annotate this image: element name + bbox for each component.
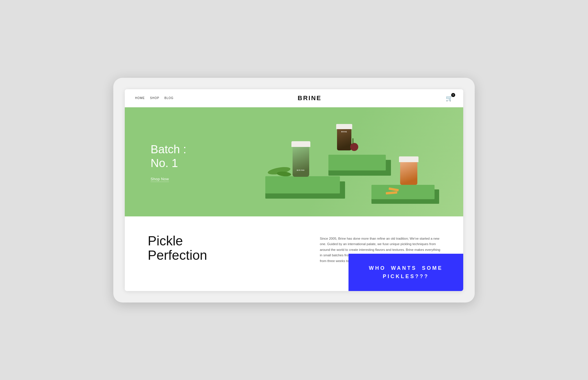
jar-orange: [400, 160, 417, 185]
nav-home[interactable]: HOME: [135, 96, 145, 100]
platform-2: [328, 155, 386, 170]
hero-content: Batch : No. 1 Shop Now: [125, 142, 186, 181]
jar-green-label: BRINE: [297, 169, 305, 171]
product-platforms: BRINE BRINE: [248, 113, 455, 216]
cart-icon[interactable]: 🛒 0: [446, 95, 453, 102]
jar-dark: BRINE: [337, 127, 351, 150]
nav-blog[interactable]: BLOG: [164, 96, 174, 100]
jar-orange-lid: [399, 156, 418, 162]
beet-stem: [353, 138, 353, 144]
cucumber-2: [277, 171, 291, 177]
promo-banner: WHO WANTS SOME PICKLES???: [348, 254, 463, 291]
brand-logo: BRINE: [174, 94, 446, 102]
jar-green: BRINE: [293, 145, 309, 177]
platform-1: [265, 176, 340, 193]
promo-text: WHO WANTS SOME PICKLES???: [363, 264, 449, 281]
nav-shop[interactable]: SHOP: [150, 96, 159, 100]
nav-links: HOME SHOP BLOG: [135, 96, 174, 100]
shop-now-link[interactable]: Shop Now: [151, 177, 169, 182]
navbar: HOME SHOP BLOG BRINE 🛒 0: [125, 89, 463, 107]
device-frame: HOME SHOP BLOG BRINE 🛒 0 Batch : No. 1 S…: [113, 78, 475, 303]
cart-badge: 0: [451, 93, 455, 97]
section-heading: Pickle Perfection: [148, 234, 217, 263]
below-hero-section: Pickle Perfection Since 2005, Brine has …: [125, 216, 463, 291]
jar-dark-label: BRINE: [341, 131, 347, 133]
hero-illustration: BRINE BRINE: [248, 107, 463, 216]
jar-green-lid: [291, 141, 310, 147]
browser-window: HOME SHOP BLOG BRINE 🛒 0 Batch : No. 1 S…: [125, 89, 463, 291]
hero-section: Batch : No. 1 Shop Now: [125, 107, 463, 216]
platform-3: [371, 185, 435, 199]
hero-title: Batch : No. 1: [151, 142, 186, 170]
jar-dark-lid: [336, 124, 352, 129]
beet: [350, 143, 358, 151]
